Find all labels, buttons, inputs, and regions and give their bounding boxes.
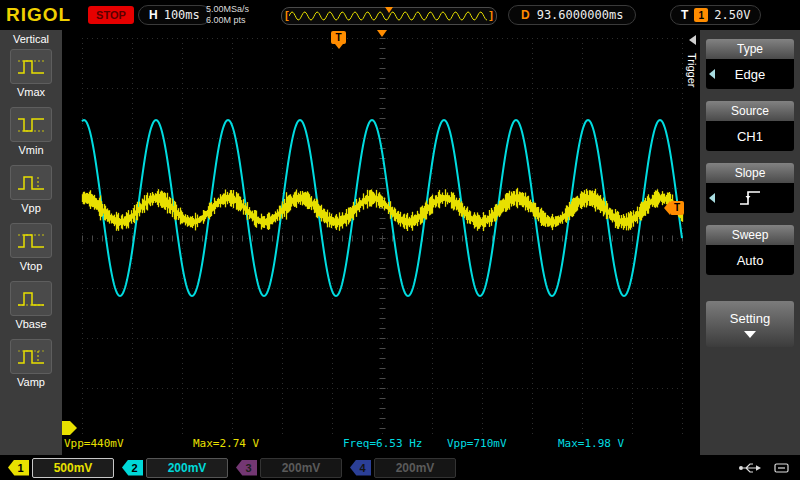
trigger-menu-tab[interactable]: Trigger (684, 30, 700, 455)
vertical-menu-title: Vertical (13, 33, 49, 45)
measurement-ch2-max: Max=1.98 V (558, 437, 624, 450)
menu-item-vamp[interactable]: Vamp (10, 339, 52, 388)
measurement-ch2-freq: Freq=6.53 Hz (343, 437, 422, 450)
left-arrow-icon (709, 193, 715, 203)
channel-4-status[interactable]: 4 200mV (350, 458, 456, 478)
channel-3-scale: 200mV (260, 458, 342, 478)
channel-3-status[interactable]: 3 200mV (236, 458, 342, 478)
channel-2-scale: 200mV (146, 458, 228, 478)
vtop-icon (10, 223, 52, 258)
channel-1-badge: 1 (8, 460, 29, 476)
usb-icon (738, 462, 762, 474)
setting-button[interactable]: Setting (706, 301, 794, 347)
channel-4-badge: 4 (350, 460, 371, 476)
menu-item-vmax[interactable]: Vmax (10, 49, 52, 98)
vpp-icon (10, 165, 52, 200)
menu-item-label: Vtop (20, 260, 43, 272)
measurement-ch1-max: Max=2.74 V (193, 437, 259, 450)
group-header: Slope (706, 163, 794, 183)
ch1-offset-marker[interactable] (62, 421, 70, 435)
group-header: Type (706, 39, 794, 59)
screen-center-marker-icon (377, 30, 387, 37)
sample-rate: 5.00MSa/s (206, 4, 249, 15)
vamp-icon (10, 339, 52, 374)
horizontal-timebase[interactable]: H 100ms (138, 5, 211, 25)
menu-group-slope[interactable]: Slope (706, 163, 794, 213)
menu-item-vbase[interactable]: Vbase (10, 281, 52, 330)
channel-1-scale: 500mV (32, 458, 114, 478)
channel-4-scale: 200mV (374, 458, 456, 478)
menu-group-sweep[interactable]: Sweep Auto (706, 225, 794, 275)
delay-readout: D 93.6000000ms (508, 5, 636, 25)
menu-item-label: Vbase (15, 318, 46, 330)
device-icon (774, 462, 790, 474)
window-bracket-right-icon: ] (489, 8, 493, 22)
h-label: H (149, 8, 158, 22)
vertical-measure-menu: Vertical Vmax Vmin Vpp Vtop Vbase Vamp (0, 30, 62, 455)
channel-1-status[interactable]: 1 500mV (8, 458, 114, 478)
vbase-icon (10, 281, 52, 316)
group-value: Edge (735, 67, 765, 82)
window-bracket-left-icon: [ (285, 8, 289, 22)
trigger-position-icon (385, 7, 393, 13)
trigger-tab-label: Trigger (686, 53, 698, 87)
trigger-position-flag[interactable]: T (331, 31, 346, 44)
measurement-ch2-vpp: Vpp=710mV (447, 437, 507, 450)
status-icons (738, 462, 790, 474)
measurement-ch1-vpp: Vpp=440mV (64, 437, 124, 450)
menu-item-vpp[interactable]: Vpp (10, 165, 52, 214)
vmin-icon (10, 107, 52, 142)
menu-item-label: Vamp (17, 376, 45, 388)
run-state-badge[interactable]: STOP (88, 6, 134, 24)
menu-group-source[interactable]: Source CH1 (706, 101, 794, 151)
menu-item-label: Vmin (18, 144, 43, 156)
left-arrow-icon (709, 69, 715, 79)
d-label: D (521, 8, 530, 22)
rigol-logo: RIGOL (6, 4, 71, 26)
group-header: Source (706, 101, 794, 121)
group-value: Auto (737, 253, 764, 268)
waveform-display: T T Vpp=440mV Max=2.74 V Freq=6.53 Hz Vp… (62, 30, 684, 455)
trigger-level-marker[interactable]: T (670, 201, 684, 215)
trigger-source-icon: 1 (694, 8, 708, 22)
menu-item-label: Vpp (21, 202, 41, 214)
waveform-canvas (62, 30, 684, 455)
trigger-level-value: 2.50V (714, 8, 750, 22)
t-label: T (681, 8, 688, 22)
menu-item-vmin[interactable]: Vmin (10, 107, 52, 156)
setting-label: Setting (730, 311, 770, 326)
channel-2-badge: 2 (122, 460, 143, 476)
trigger-menu: Type Edge Source CH1 Slope Sweep Auto Se… (700, 30, 800, 455)
menu-group-type[interactable]: Type Edge (706, 39, 794, 89)
channel-3-badge: 3 (236, 460, 257, 476)
top-bar: RIGOL STOP H 100ms 5.00MSa/s 6.00M pts [… (0, 0, 800, 30)
vmax-icon (10, 49, 52, 84)
menu-item-label: Vmax (17, 86, 45, 98)
acquisition-info: 5.00MSa/s 6.00M pts (206, 4, 249, 26)
menu-collapse-icon[interactable] (689, 35, 696, 45)
channel-2-status[interactable]: 2 200mV (122, 458, 228, 478)
trigger-readout: T 1 2.50V (670, 5, 761, 25)
timebase-value: 100ms (164, 8, 200, 22)
channel-status-bar: 1 500mV 2 200mV 3 200mV 4 200mV (0, 455, 800, 480)
memory-depth: 6.00M pts (206, 15, 249, 26)
chevron-down-icon (744, 331, 756, 338)
rising-edge-icon (737, 188, 763, 208)
group-value: CH1 (737, 129, 763, 144)
delay-value: 93.6000000ms (537, 8, 624, 22)
horizontal-position-indicator[interactable]: [ ] (281, 7, 497, 25)
group-header: Sweep (706, 225, 794, 245)
measurement-bar: Vpp=440mV Max=2.74 V Freq=6.53 Hz Vpp=71… (62, 436, 684, 452)
menu-item-vtop[interactable]: Vtop (10, 223, 52, 272)
